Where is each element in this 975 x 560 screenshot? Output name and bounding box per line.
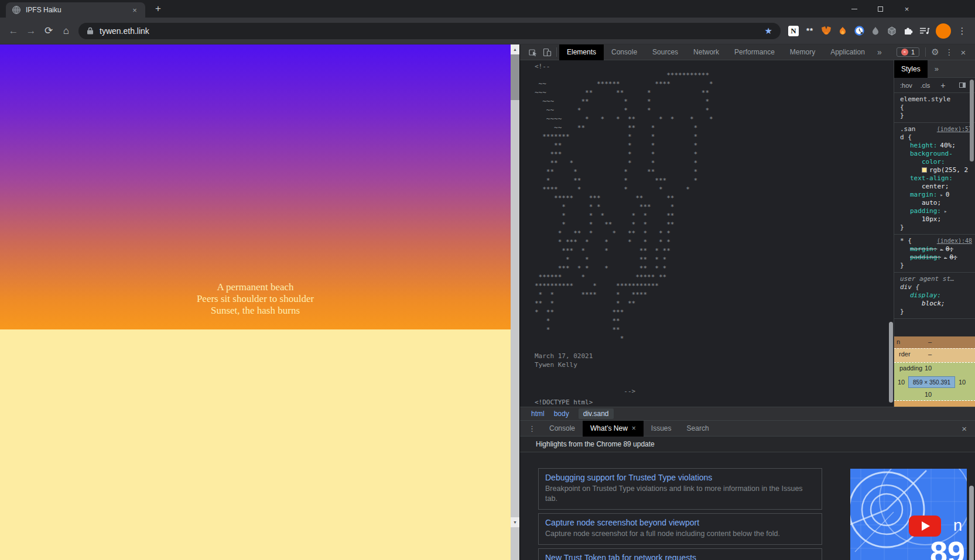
browser-tab[interactable]: IPFS Haiku ×	[6, 2, 145, 18]
sidebar-pane-icon[interactable]	[959, 83, 966, 88]
css-property-line[interactable]: text-align:	[894, 174, 975, 183]
card-title-link[interactable]: New Trust Token tab for network requests	[545, 553, 815, 560]
css-property-line[interactable]: margin:▸0	[894, 191, 975, 199]
box-model-margin[interactable]: n –	[894, 336, 975, 348]
tab-memory[interactable]: Memory	[782, 44, 823, 60]
tab-styles[interactable]: Styles	[894, 60, 928, 78]
minimize-button[interactable]	[841, 0, 867, 18]
tab-close-icon[interactable]: ×	[130, 6, 139, 15]
tab-application[interactable]: Application	[823, 44, 873, 60]
page-scrollbar[interactable]: ▲ ▼	[511, 44, 519, 560]
close-tab-icon[interactable]: ×	[632, 421, 636, 437]
profile-avatar[interactable]	[936, 23, 951, 39]
extension-metamask[interactable]	[818, 22, 834, 40]
address-bar[interactable]: tywen.eth.link ★	[78, 23, 781, 39]
maximize-button[interactable]	[867, 0, 894, 18]
whats-new-card[interactable]: New Trust Token tab for network requests…	[538, 548, 822, 560]
css-selector-line[interactable]: div {	[894, 283, 975, 291]
css-selector-line[interactable]: user agent st…	[894, 275, 975, 283]
css-property-line[interactable]: center;	[894, 183, 975, 191]
html-comment-ascii-art[interactable]: <!-- *********** ~~ ****** **** * ~~~ **…	[535, 62, 713, 396]
more-tabs-icon[interactable]: »	[873, 47, 887, 57]
toggle-class-button[interactable]: .cls	[921, 82, 930, 89]
breadcrumb-body[interactable]: body	[554, 410, 569, 418]
css-rule[interactable]: user agent st…div {display:block;}	[894, 273, 975, 319]
devtools-menu-icon[interactable]: ⋮	[942, 45, 956, 59]
css-rule[interactable]: element.style{}	[894, 93, 975, 123]
home-button[interactable]: ⌂	[57, 22, 75, 40]
content-dimensions[interactable]: 859 × 350.391	[908, 376, 955, 388]
device-toolbar-button[interactable]	[540, 45, 554, 59]
extension-timer[interactable]	[851, 22, 867, 40]
whats-new-card[interactable]: Capture node screenshot beyond viewport …	[538, 513, 822, 545]
css-property-line[interactable]: auto;	[894, 199, 975, 207]
css-property-line[interactable]: padding:▸0;	[894, 253, 975, 262]
stylesheet-link[interactable]: (index):48	[937, 237, 972, 245]
elements-scrollbar-thumb[interactable]	[889, 322, 893, 403]
scroll-down-button[interactable]: ▼	[511, 517, 519, 527]
extension-asterisks[interactable]: **	[802, 22, 818, 40]
css-selector-line[interactable]: .san(index):57	[894, 125, 975, 133]
back-button[interactable]: ←	[5, 22, 22, 40]
whats-new-card[interactable]: Debugging support for Trusted Type viola…	[538, 468, 822, 510]
drawer-scrollbar-thumb[interactable]	[969, 486, 974, 560]
css-selector-line[interactable]: d {	[894, 133, 975, 142]
doctype-node[interactable]: <!DOCTYPE html>	[535, 398, 593, 406]
css-property-line[interactable]: 10px;	[894, 215, 975, 224]
settings-gear-icon[interactable]: ⚙	[928, 45, 942, 59]
forward-button[interactable]: →	[22, 22, 40, 40]
css-property-line[interactable]: margin:▸0;	[894, 245, 975, 253]
css-property-line[interactable]: color:	[894, 158, 975, 166]
css-selector-line[interactable]: * {(index):48	[894, 237, 975, 245]
extension-droplet[interactable]	[867, 22, 884, 40]
lock-icon[interactable]	[87, 27, 94, 35]
extensions-puzzle-button[interactable]	[900, 22, 916, 40]
url-text[interactable]: tywen.eth.link	[100, 26, 765, 36]
tab-network[interactable]: Network	[686, 44, 727, 60]
styles-scrollbar[interactable]	[970, 78, 974, 407]
bookmark-star-icon[interactable]: ★	[765, 26, 772, 36]
box-model-padding[interactable]: padding 10 10 859 × 350.391 10 10	[894, 362, 975, 401]
extension-notion[interactable]: N	[785, 22, 802, 40]
elements-tree[interactable]: <!-- *********** ~~ ****** **** * ~~~ **…	[520, 60, 888, 407]
css-selector-line[interactable]: {	[894, 104, 975, 112]
drawer-menu-icon[interactable]: ⋮	[520, 424, 542, 433]
styles-scrollbar-thumb[interactable]	[970, 80, 974, 162]
elements-scrollbar[interactable]	[888, 60, 894, 407]
css-rule[interactable]: .san(index):57d {height:40%;background-c…	[894, 123, 975, 235]
close-window-button[interactable]: ×	[894, 0, 920, 18]
tab-sources[interactable]: Sources	[645, 44, 686, 60]
new-tab-button[interactable]: +	[151, 3, 165, 15]
breadcrumb-div-sand[interactable]: div.sand	[579, 408, 614, 419]
css-property-line[interactable]: rgb(255, 2	[894, 166, 975, 174]
css-property-line[interactable]: height:40%;	[894, 142, 975, 150]
video-thumbnail[interactable]: n 89	[850, 469, 967, 560]
inspect-element-button[interactable]	[526, 45, 540, 59]
new-style-rule-button[interactable]: +	[940, 81, 945, 90]
tab-performance[interactable]: Performance	[727, 44, 782, 60]
reload-button[interactable]: ⟳	[40, 22, 57, 40]
card-title-link[interactable]: Debugging support for Trusted Type viola…	[545, 473, 815, 482]
close-drawer-icon[interactable]: ×	[962, 424, 967, 434]
error-badge[interactable]: × 1	[897, 47, 919, 57]
reading-list-button[interactable]	[916, 22, 933, 40]
css-rule[interactable]: * {(index):48margin:▸0;padding:▸0;}	[894, 235, 975, 273]
box-model-border-bottom[interactable]	[894, 401, 975, 407]
tab-console[interactable]: Console	[604, 44, 645, 60]
sidebar-more-tabs-icon[interactable]: »	[935, 64, 939, 73]
extension-torch[interactable]	[834, 22, 851, 40]
stylesheet-link[interactable]: (index):57	[937, 125, 972, 133]
css-property-line[interactable]: background-	[894, 150, 975, 158]
tab-elements[interactable]: Elements	[559, 44, 604, 60]
extension-ipfs-cube[interactable]	[884, 22, 900, 40]
scroll-up-button[interactable]: ▲	[511, 44, 519, 54]
card-title-link[interactable]: Capture node screenshot beyond viewport	[545, 518, 815, 527]
box-model-border[interactable]: rder –	[894, 348, 975, 362]
css-property-line[interactable]: display:	[894, 291, 975, 300]
css-property-line[interactable]: block;	[894, 300, 975, 308]
toggle-hover-button[interactable]: :hov	[900, 82, 912, 89]
drawer-tab-console[interactable]: Console	[542, 421, 583, 437]
close-devtools-icon[interactable]: ×	[956, 45, 970, 59]
css-property-line[interactable]: padding:▸	[894, 207, 975, 215]
drawer-tab-whats-new[interactable]: What’s New ×	[583, 421, 644, 437]
